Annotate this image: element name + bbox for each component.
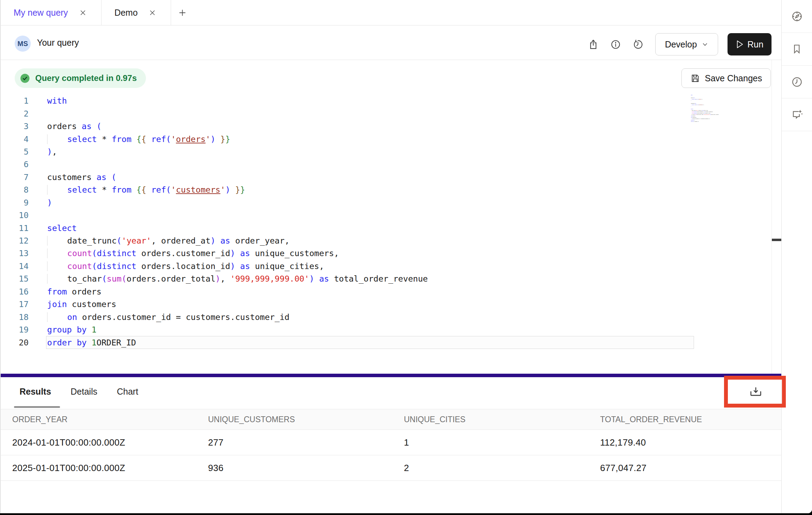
chevron-down-icon [702,41,708,48]
tab-label: Demo [115,8,138,18]
line-number: 4 [1,134,29,144]
line-number: 9 [1,198,29,208]
results-tab-chart[interactable]: Chart [117,387,138,397]
line-number: 17 [1,299,29,309]
history-icon[interactable] [632,38,644,50]
line-number: 18 [1,312,29,322]
annotation-highlight-rectangle [724,376,786,408]
column-header-unique_customers: UNIQUE_CUSTOMERS [208,409,295,430]
active-tab-underline [14,406,60,408]
tab-label: My new query [14,8,68,18]
code-line-5[interactable]: 5), [1,145,428,158]
close-icon[interactable] [148,8,157,17]
info-icon[interactable] [610,38,621,50]
bookmark-sidebar-button[interactable] [782,33,812,66]
code-line-17[interactable]: 17join customers [1,298,428,311]
line-number: 6 [1,159,29,169]
line-number: 3 [1,121,29,131]
line-number: 8 [1,185,29,195]
code-line-15[interactable]: 15 to_char(sum(orders.order_total), '999… [1,273,428,285]
table-cell: 677,047.27 [600,455,647,480]
table-row: 2025-01-01T00:00:00.000Z9362677,047.27 [1,455,782,481]
code-line-4[interactable]: 4 select * from {{ ref('orders') }} [1,133,428,145]
line-number: 2 [1,109,29,119]
column-header-total_order_revenue: TOTAL_ORDER_REVENUE [600,409,702,430]
table-cell: 112,179.40 [600,430,646,455]
scrollbar-thumb[interactable] [772,239,782,241]
compass-icon [791,10,803,22]
column-header-order_year: ORDER_YEAR [12,409,67,430]
right-sidebar [781,0,812,513]
line-number: 20 [1,338,29,348]
column-header-unique_cities: UNIQUE_CITIES [404,409,465,430]
line-number: 13 [1,248,29,258]
chat-sparkle-sidebar-button[interactable] [782,98,812,131]
tab-bar: My new query Demo [1,0,782,25]
table-cell: 2025-01-01T00:00:00.000Z [12,455,125,480]
save-icon [690,73,700,83]
develop-button[interactable]: Develop [655,33,718,55]
code-line-8[interactable]: 8 select * from {{ ref('customers') }} [1,184,428,196]
line-number: 12 [1,236,29,246]
code-minimap[interactable]: 1with23orders as (4 select * from {{ ref… [691,94,771,133]
panel-divider[interactable] [1,374,782,377]
code-line-6[interactable]: 6 [1,158,428,171]
line-number: 15 [1,274,29,284]
results-tab-details[interactable]: Details [71,387,97,397]
line-number: 11 [1,223,29,233]
code-line-2[interactable]: 2 [1,107,428,120]
active-line-highlight [46,336,694,349]
chat-sparkle-icon [791,109,803,121]
table-row: 2024-01-01T00:00:00.000Z2771112,179.40 [1,430,782,455]
code-line-3[interactable]: 3orders as ( [1,120,428,133]
results-tab-results[interactable]: Results [20,387,51,397]
line-number: 5 [1,147,29,157]
code-line-12[interactable]: 12 date_trunc('year', ordered_at) as ord… [1,234,428,247]
results-tab-bar: ResultsDetailsChart [20,387,138,397]
app-window: My new query Demo MS Your query Develop … [0,0,812,513]
clock-sidebar-button[interactable] [782,66,812,98]
code-line-1[interactable]: 1with [1,95,428,107]
play-icon [736,39,744,49]
editor-right-border [772,60,772,374]
line-number: 19 [1,325,29,335]
table-cell: 277 [208,430,223,455]
code-line-20[interactable]: 20order by 1ORDER_ID [1,336,428,349]
new-tab-button[interactable] [171,0,193,25]
bookmark-icon [791,43,803,55]
page-title: Your query [37,38,79,48]
clock-icon [791,76,803,88]
code-line-18[interactable]: 18 on orders.customer_id = customers.cus… [1,311,428,323]
compass-sidebar-button[interactable] [782,0,812,33]
plus-icon [178,8,187,17]
run-button[interactable]: Run [728,33,772,55]
tab-demo[interactable]: Demo [102,0,171,25]
code-area[interactable]: 1with23orders as (4 select * from {{ ref… [1,95,428,349]
table-cell: 936 [208,455,223,480]
line-number: 16 [1,287,29,297]
save-changes-button[interactable]: Save Changes [681,68,771,88]
line-number: 14 [1,261,29,271]
share-icon[interactable] [587,38,599,50]
code-line-14[interactable]: 14 count(distinct orders.location_id) as… [1,260,428,273]
code-line-7[interactable]: 7customers as ( [1,171,428,184]
code-line-11[interactable]: 11select [1,222,428,234]
tab-my-new-query[interactable]: My new query [1,0,102,25]
table-cell: 2 [404,455,409,480]
code-line-20[interactable]: 20order by 1ORDER_ID [691,121,771,122]
results-table-header: ORDER_YEARUNIQUE_CUSTOMERSUNIQUE_CITIEST… [1,409,782,430]
line-number: 7 [1,172,29,182]
table-cell: 1 [404,430,409,455]
line-number: 1 [1,96,29,106]
query-status-pill: Query completed in 0.97s [15,68,146,88]
code-line-13[interactable]: 13 count(distinct orders.customer_id) as… [1,247,428,260]
table-cell: 2024-01-01T00:00:00.000Z [12,430,125,455]
code-line-9[interactable]: 9) [1,196,428,209]
code-line-19[interactable]: 19group by 1 [1,323,428,336]
code-line-10[interactable]: 10 [1,209,428,222]
check-circle-icon [19,73,31,84]
code-line-16[interactable]: 16from orders [1,285,428,298]
close-icon[interactable] [79,8,87,17]
sql-editor[interactable]: Query completed in 0.97s Save Changes 1w… [1,60,782,374]
avatar: MS [15,36,31,52]
